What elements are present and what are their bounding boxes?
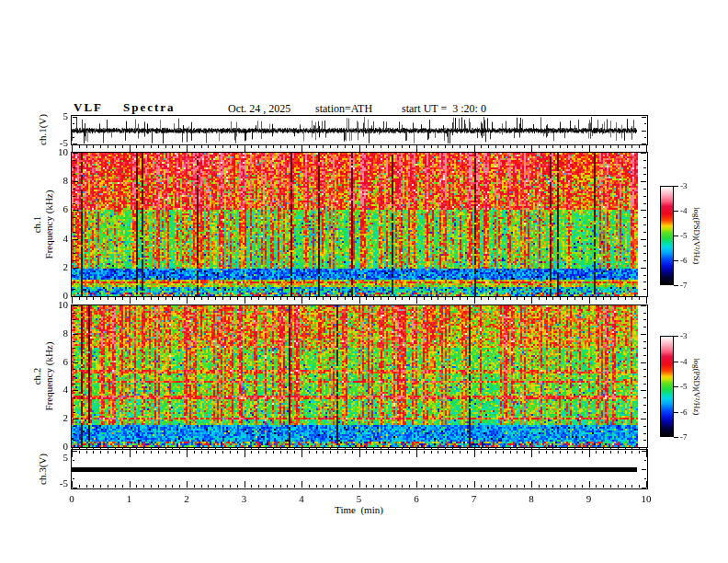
ch1-spec-ylabel-axis: Frequency (kHz)	[43, 190, 54, 259]
colorbar1-tick--4: -4	[680, 206, 688, 215]
ch1-wave-ytick-5: 5	[37, 110, 68, 122]
ch2-spec-ylabel-axis: Frequency (kHz)	[43, 342, 54, 411]
ch2_spec-ytick-8: 8	[37, 327, 68, 339]
colorbar2-tick--7: -7	[680, 432, 688, 442]
ch3-flatline	[72, 467, 637, 472]
ch2_spec-ytick-4: 4	[37, 384, 68, 396]
plot-date: Oct. 24 , 2025	[228, 102, 290, 116]
ch3-wave-ytick-neg5: -5	[37, 477, 68, 489]
x-tick-label-2: 2	[184, 493, 189, 505]
colorbar-ch1	[660, 186, 674, 285]
ch1_spec-ytick-8: 8	[37, 175, 68, 187]
colorbar-ch2-gradient	[661, 337, 673, 436]
colorbar2-tick--6: -6	[680, 408, 688, 417]
ch3-wave-ytick-5: 5	[37, 452, 68, 464]
plot-start-ut: start UT = 3 :20: 0	[402, 102, 486, 116]
ch1_spec-ytick-4: 4	[37, 233, 68, 245]
ch2-spectrogram-canvas	[72, 305, 638, 447]
ch1_spec-ytick-2: 2	[37, 261, 68, 273]
colorbar-ch1-unit-label: log(PSD)(V²/Hz)	[690, 186, 701, 285]
ch1-waveform-panel	[71, 115, 648, 145]
x-tick-label-4: 4	[299, 493, 304, 505]
ch1_spec-ytick-6: 6	[37, 203, 68, 215]
ch2_spec-ytick-10: 10	[37, 299, 68, 311]
colorbar1-tick--7: -7	[680, 281, 688, 290]
vlf-spectra-figure: VLF Spectra Oct. 24 , 2025 station=ATH s…	[0, 0, 728, 563]
ch2-spectrogram-panel	[71, 304, 648, 448]
ch2_spec-ytick-6: 6	[37, 356, 68, 368]
ch1-spec-ylabel-ch: ch.1	[31, 216, 42, 234]
ch2_spec-ytick-2: 2	[37, 412, 68, 424]
colorbar2-tick--5: -5	[680, 382, 688, 391]
colorbar-ch2-unit-label: log(PSD)(V²/Hz)	[690, 336, 701, 437]
x-tick-label-6: 6	[414, 493, 419, 505]
ch2-spec-ylabel-ch: ch.2	[31, 368, 42, 385]
x-tick-label-9: 9	[586, 493, 592, 505]
colorbar2-tick--4: -4	[680, 357, 688, 366]
colorbar-ch1-gradient	[661, 187, 673, 284]
x-tick-label-3: 3	[242, 493, 247, 505]
ch1-spectrogram-canvas	[72, 153, 638, 296]
x-tick-label-1: 1	[127, 493, 132, 505]
colorbar1-tick--3: -3	[680, 181, 688, 190]
colorbar-ch2	[660, 336, 674, 437]
x-tick-label-7: 7	[472, 493, 477, 505]
plot-title: VLF Spectra	[74, 100, 176, 115]
ch1-wave-ytick-neg5: -5	[37, 137, 68, 149]
x-tick-label-8: 8	[529, 493, 534, 505]
x-tick-label-5: 5	[357, 493, 362, 505]
colorbar1-tick--5: -5	[680, 231, 688, 240]
colorbar2-tick--3: -3	[680, 331, 688, 340]
x-tick-label-10: 10	[642, 493, 652, 505]
plot-station: station=ATH	[315, 102, 372, 116]
time-axis-label: Time (min)	[303, 504, 415, 515]
ch1-spectrogram-panel	[71, 152, 648, 297]
colorbar1-tick--6: -6	[680, 256, 688, 265]
x-tick-label-0: 0	[69, 493, 74, 505]
ch1-waveform-canvas	[72, 116, 638, 144]
